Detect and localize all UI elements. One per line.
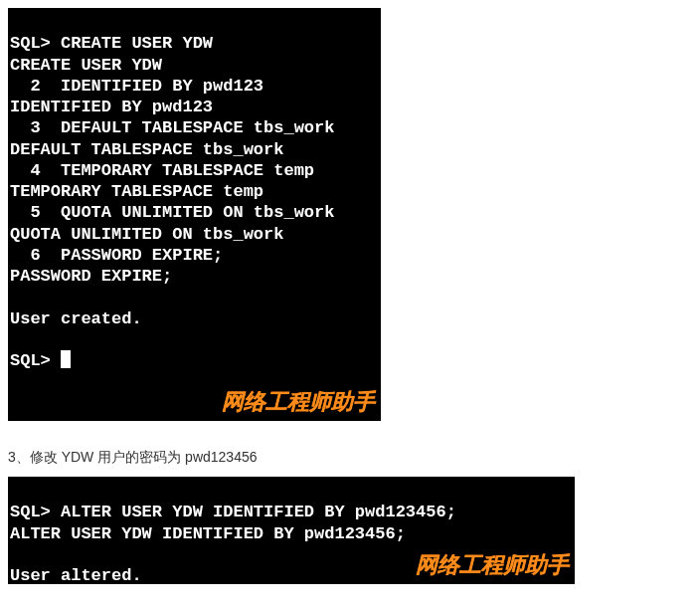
terminal1-line: TEMPORARY TABLESPACE temp [10, 182, 263, 201]
watermark-text: 网络工程师助手 [222, 388, 375, 416]
terminal1-line: 5 QUOTA UNLIMITED ON tbs_work [10, 203, 334, 222]
terminal1-line: IDENTIFIED BY pwd123 [10, 98, 213, 116]
section-heading: 3、修改 YDW 用户的密码为 pwd123456 [8, 449, 692, 467]
terminal2-line: ALTER USER YDW IDENTIFIED BY pwd123456; [10, 524, 406, 543]
cursor-icon [61, 350, 71, 368]
terminal-alter-user: SQL> ALTER USER YDW IDENTIFIED BY pwd123… [8, 477, 575, 584]
terminal1-line: CREATE USER YDW [10, 56, 162, 75]
terminal1-line: 3 DEFAULT TABLESPACE tbs_work [10, 118, 334, 137]
terminal1-line: User created. [10, 309, 142, 328]
terminal1-line: 4 TEMPORARY TABLESPACE temp [10, 161, 314, 180]
terminal2-line: User altered. [10, 566, 142, 585]
terminal1-prompt: SQL> [10, 351, 61, 370]
watermark-text: 网络工程师助手 [416, 551, 569, 579]
terminal1-line: DEFAULT TABLESPACE tbs_work [10, 140, 283, 159]
terminal1-line: PASSWORD EXPIRE; [10, 267, 172, 286]
terminal1-line: QUOTA UNLIMITED ON tbs_work [10, 225, 283, 244]
terminal1-line: SQL> CREATE USER YDW [10, 34, 213, 53]
terminal1-line: 6 PASSWORD EXPIRE; [10, 246, 223, 265]
terminal-create-user: SQL> CREATE USER YDW CREATE USER YDW 2 I… [8, 8, 381, 421]
terminal1-line: 2 IDENTIFIED BY pwd123 [10, 77, 263, 96]
terminal2-line: SQL> ALTER USER YDW IDENTIFIED BY pwd123… [10, 503, 456, 521]
